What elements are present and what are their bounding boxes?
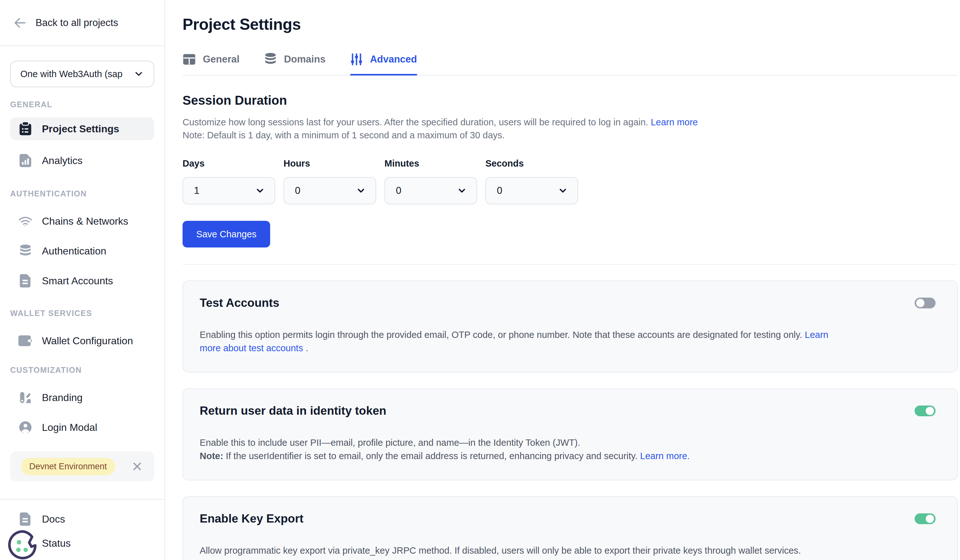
toggle-knob <box>926 407 934 415</box>
tab-label: Advanced <box>370 54 417 65</box>
description-text: Allow programmatic key export via privat… <box>200 546 801 555</box>
description-text: . <box>303 343 308 353</box>
sidebar: Back to all projects One with Web3Auth (… <box>0 0 165 560</box>
tab-advanced[interactable]: Advanced <box>350 53 417 75</box>
days-select[interactable]: 1 <box>182 177 275 204</box>
session-duration-title: Session Duration <box>182 93 958 108</box>
sidebar-item-label: Login Modal <box>42 422 97 433</box>
chevron-down-icon <box>255 186 265 196</box>
note-label: Note: <box>200 451 223 461</box>
app-window: Back to all projects One with Web3Auth (… <box>0 0 960 560</box>
tab-label: General <box>203 54 239 65</box>
section-label-customization: CUSTOMIZATION <box>10 365 154 375</box>
tab-general[interactable]: General <box>182 53 239 75</box>
duration-fields: Days 1 Hours 0 Minutes 0 <box>182 158 958 204</box>
project-selector-value: One with Web3Auth (sap <box>20 69 129 79</box>
chevron-down-icon <box>133 69 144 79</box>
wifi-icon <box>18 215 32 228</box>
description-text: Enable this to include user PII—email, p… <box>200 437 580 448</box>
hours-field: Hours 0 <box>283 158 376 204</box>
analytics-icon <box>18 153 32 168</box>
save-changes-button[interactable]: Save Changes <box>182 221 270 247</box>
sidebar-item-label: Smart Accounts <box>42 275 113 287</box>
minutes-field: Minutes 0 <box>384 158 477 204</box>
sidebar-item-label: Analytics <box>42 155 83 167</box>
identity-token-title: Return user data in identity token <box>200 404 386 418</box>
test-accounts-description: Enabling this option permits login throu… <box>200 328 835 355</box>
close-icon[interactable] <box>131 460 144 473</box>
section-label-general: GENERAL <box>10 100 154 109</box>
sidebar-item-project-settings[interactable]: Project Settings <box>10 117 154 140</box>
user-circle-icon <box>18 421 32 434</box>
identity-token-learn-more-link[interactable]: Learn more. <box>640 451 690 461</box>
test-accounts-card: Test Accounts Enabling this option permi… <box>182 281 958 372</box>
sidebar-item-chains-networks[interactable]: Chains & Networks <box>10 210 154 233</box>
sidebar-item-label: Authentication <box>42 245 106 257</box>
main-content: Project Settings General Domains <box>165 0 960 560</box>
clipboard-icon <box>18 122 32 136</box>
description-text: If the userIdentifier is set to email, o… <box>223 451 640 461</box>
key-export-learn-more-link[interactable]: Learn more about key export. <box>200 559 320 560</box>
arrow-left-icon <box>13 16 27 30</box>
sliders-icon <box>350 53 363 66</box>
key-export-toggle[interactable] <box>915 513 936 524</box>
sidebar-item-wallet-configuration[interactable]: Wallet Configuration <box>10 329 154 352</box>
status-link[interactable]: Status <box>10 530 154 557</box>
minutes-select[interactable]: 0 <box>384 177 477 204</box>
hours-label: Hours <box>283 158 376 169</box>
back-label: Back to all projects <box>35 17 118 29</box>
sidebar-item-smart-accounts[interactable]: Smart Accounts <box>10 270 154 292</box>
seconds-value: 0 <box>497 185 502 196</box>
back-to-projects-link[interactable]: Back to all projects <box>0 0 165 46</box>
section-label-authentication: AUTHENTICATION <box>10 189 154 198</box>
seconds-field: Seconds 0 <box>485 158 578 204</box>
days-field: Days 1 <box>182 158 275 204</box>
sidebar-item-label: Project Settings <box>42 123 119 135</box>
key-export-title: Enable Key Export <box>200 512 304 525</box>
environment-banner: Devnet Environment <box>10 452 154 481</box>
identity-token-card: Return user data in identity token Enabl… <box>182 388 958 480</box>
grid-icon <box>182 53 196 66</box>
key-export-description: Allow programmatic key export via privat… <box>200 544 835 560</box>
docs-icon <box>18 512 32 526</box>
hours-value: 0 <box>295 185 300 196</box>
project-selector[interactable]: One with Web3Auth (sap <box>10 61 154 87</box>
sidebar-item-label: Branding <box>42 392 83 404</box>
key-export-card: Enable Key Export Allow programmatic key… <box>182 496 958 560</box>
sidebar-item-label: Wallet Configuration <box>42 335 133 347</box>
test-accounts-title: Test Accounts <box>200 296 279 310</box>
description-text: Enabling this option permits login throu… <box>200 330 805 340</box>
sidebar-item-label: Chains & Networks <box>42 215 128 227</box>
identity-token-toggle[interactable] <box>915 405 936 416</box>
docs-link[interactable]: Docs <box>10 509 154 530</box>
docs-label: Docs <box>42 513 65 525</box>
sidebar-item-analytics[interactable]: Analytics <box>10 149 154 172</box>
sidebar-footer: Docs Status <box>0 499 165 560</box>
minutes-label: Minutes <box>384 158 477 169</box>
page-title: Project Settings <box>182 15 958 34</box>
sidebar-item-branding[interactable]: Branding <box>10 386 154 409</box>
wallet-icon <box>18 335 32 347</box>
tab-domains[interactable]: Domains <box>264 53 325 75</box>
branding-icon <box>18 391 32 404</box>
identity-token-description: Enable this to include user PII—email, p… <box>200 436 835 463</box>
chevron-down-icon <box>356 186 366 196</box>
session-duration-description: Customize how long sessions last for you… <box>182 116 958 142</box>
sidebar-item-authentication[interactable]: Authentication <box>10 239 154 262</box>
test-accounts-toggle[interactable] <box>915 298 936 308</box>
minutes-value: 0 <box>396 185 401 196</box>
days-label: Days <box>182 158 275 169</box>
learn-more-link[interactable]: Learn more <box>651 117 698 127</box>
environment-badge: Devnet Environment <box>21 458 115 475</box>
cookie-icon[interactable] <box>8 530 38 560</box>
section-label-wallet-services: WALLET SERVICES <box>10 309 154 318</box>
seconds-select[interactable]: 0 <box>485 177 578 204</box>
seconds-label: Seconds <box>485 158 578 169</box>
sidebar-item-login-modal[interactable]: Login Modal <box>10 416 154 439</box>
session-duration-note: Note: Default is 1 day, with a minimum o… <box>182 130 505 140</box>
status-label: Status <box>42 538 71 549</box>
session-description-text: Customize how long sessions last for you… <box>182 117 648 127</box>
divider <box>182 264 958 265</box>
hours-select[interactable]: 0 <box>283 177 376 204</box>
file-icon <box>18 274 32 288</box>
